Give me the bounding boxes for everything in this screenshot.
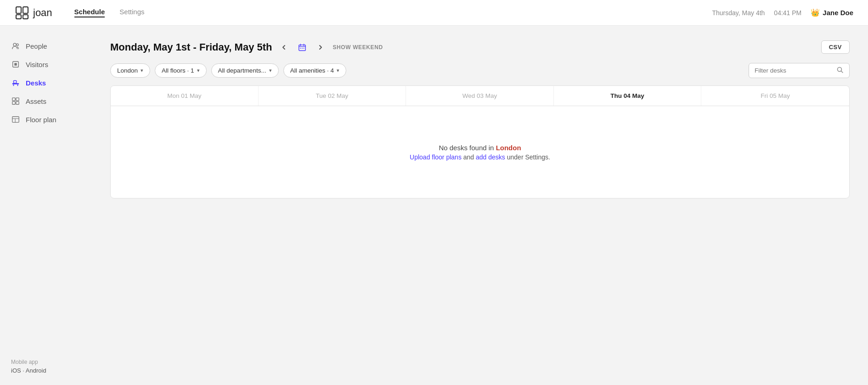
crown-icon: 👑 bbox=[811, 8, 820, 17]
sidebar-item-assets[interactable]: Assets bbox=[0, 92, 92, 110]
sidebar-label-floor-plan: Floor plan bbox=[26, 116, 56, 124]
logo[interactable]: joan bbox=[15, 6, 52, 20]
floors-filter[interactable]: All floors · 1 ▾ bbox=[155, 63, 207, 78]
location-filter[interactable]: London ▾ bbox=[110, 63, 150, 78]
sidebar-label-assets: Assets bbox=[26, 97, 46, 105]
layout: People Visitors Desks Assets Floor plan bbox=[0, 26, 868, 385]
no-desks-message: No desks found in London bbox=[439, 144, 521, 152]
col-mon: Mon 01 May bbox=[111, 86, 259, 106]
location-chevron-icon: ▾ bbox=[141, 68, 143, 74]
visitors-icon bbox=[11, 60, 20, 69]
assets-icon bbox=[11, 96, 20, 106]
sidebar-mobile: Mobile app iOS · Android bbox=[0, 351, 92, 374]
show-weekend-button[interactable]: SHOW WEEKEND bbox=[333, 44, 383, 51]
sidebar-item-visitors[interactable]: Visitors bbox=[0, 55, 92, 74]
topnav: joan Schedule Settings Thursday, May 4th… bbox=[0, 0, 868, 26]
desks-icon bbox=[11, 78, 20, 87]
svg-rect-14 bbox=[12, 102, 15, 104]
amenities-chevron-icon: ▾ bbox=[337, 68, 339, 74]
amenities-filter-label: All amenities · 4 bbox=[290, 67, 334, 74]
schedule-table: Mon 01 May Tue 02 May Wed 03 May Thu 04 … bbox=[110, 85, 850, 198]
location-filter-label: London bbox=[117, 67, 138, 74]
floors-filter-label: All floors · 1 bbox=[162, 67, 194, 74]
svg-rect-19 bbox=[302, 47, 303, 48]
topnav-user: 👑 Jane Doe bbox=[811, 8, 853, 17]
upload-floor-plans-link[interactable]: Upload floor plans bbox=[410, 153, 462, 161]
nav-schedule[interactable]: Schedule bbox=[74, 8, 105, 17]
departments-filter-label: All departments... bbox=[218, 67, 266, 74]
col-thu: Thu 04 May bbox=[554, 86, 702, 106]
filter-row: London ▾ All floors · 1 ▾ All department… bbox=[110, 63, 850, 78]
mobile-app-label: Mobile app bbox=[11, 359, 81, 365]
csv-button[interactable]: CSV bbox=[821, 40, 850, 54]
calendar-button[interactable] bbox=[296, 41, 309, 54]
topnav-time: 04:41 PM bbox=[774, 9, 801, 17]
logo-icon bbox=[15, 6, 29, 20]
sidebar-label-visitors: Visitors bbox=[26, 61, 48, 68]
search-icon[interactable] bbox=[836, 66, 844, 75]
svg-rect-12 bbox=[12, 98, 15, 101]
col-tue: Tue 02 May bbox=[259, 86, 406, 106]
svg-rect-20 bbox=[304, 47, 304, 48]
sidebar-item-floor-plan[interactable]: Floor plan bbox=[0, 110, 92, 129]
date-range-title: Monday, May 1st - Friday, May 5th bbox=[110, 41, 272, 53]
svg-rect-10 bbox=[17, 85, 18, 86]
mobile-links: iOS · Android bbox=[11, 367, 81, 374]
svg-rect-3 bbox=[23, 15, 28, 19]
svg-rect-16 bbox=[12, 117, 19, 123]
user-name: Jane Doe bbox=[823, 9, 853, 17]
svg-rect-13 bbox=[16, 98, 19, 101]
sidebar-label-people: People bbox=[26, 42, 47, 50]
ios-link[interactable]: iOS bbox=[11, 367, 21, 374]
topnav-right: Thursday, May 4th 04:41 PM 👑 Jane Doe bbox=[712, 8, 853, 17]
svg-point-5 bbox=[17, 44, 19, 46]
sidebar-label-desks: Desks bbox=[26, 79, 46, 87]
next-week-button[interactable] bbox=[314, 41, 327, 54]
floor-plan-icon bbox=[11, 115, 20, 124]
sidebar: People Visitors Desks Assets Floor plan bbox=[0, 26, 92, 385]
date-header: Monday, May 1st - Friday, May 5th SHOW W… bbox=[110, 40, 850, 54]
no-desks-links: Upload floor plans and add desks under S… bbox=[410, 153, 550, 161]
add-desks-link[interactable]: add desks bbox=[476, 153, 505, 161]
svg-rect-2 bbox=[16, 15, 21, 19]
svg-rect-9 bbox=[13, 85, 14, 86]
nav-settings[interactable]: Settings bbox=[119, 8, 144, 17]
main-content: Monday, May 1st - Friday, May 5th SHOW W… bbox=[92, 26, 868, 385]
svg-rect-11 bbox=[14, 81, 17, 83]
schedule-body: No desks found in London Upload floor pl… bbox=[111, 106, 849, 198]
desk-search-input[interactable] bbox=[755, 67, 836, 74]
departments-chevron-icon: ▾ bbox=[269, 68, 272, 74]
svg-point-4 bbox=[13, 43, 16, 46]
svg-rect-1 bbox=[23, 7, 28, 13]
svg-rect-15 bbox=[16, 102, 19, 104]
prev-week-button[interactable] bbox=[277, 41, 290, 54]
schedule-header: Mon 01 May Tue 02 May Wed 03 May Thu 04 … bbox=[111, 86, 849, 106]
desk-search bbox=[749, 63, 850, 78]
col-wed: Wed 03 May bbox=[406, 86, 554, 106]
topnav-date: Thursday, May 4th bbox=[712, 9, 765, 17]
topnav-nav: Schedule Settings bbox=[74, 8, 712, 17]
android-link[interactable]: Android bbox=[26, 367, 46, 374]
floors-chevron-icon: ▾ bbox=[197, 68, 200, 74]
logo-text: joan bbox=[33, 7, 52, 19]
svg-rect-18 bbox=[300, 47, 301, 48]
departments-filter[interactable]: All departments... ▾ bbox=[211, 63, 279, 78]
svg-rect-17 bbox=[299, 45, 305, 51]
sidebar-item-desks[interactable]: Desks bbox=[0, 74, 92, 92]
amenities-filter[interactable]: All amenities · 4 ▾ bbox=[283, 63, 346, 78]
svg-rect-7 bbox=[14, 63, 17, 65]
people-icon bbox=[11, 41, 20, 51]
sidebar-item-people[interactable]: People bbox=[0, 37, 92, 55]
col-fri: Fri 05 May bbox=[701, 86, 849, 106]
svg-rect-0 bbox=[16, 7, 21, 13]
